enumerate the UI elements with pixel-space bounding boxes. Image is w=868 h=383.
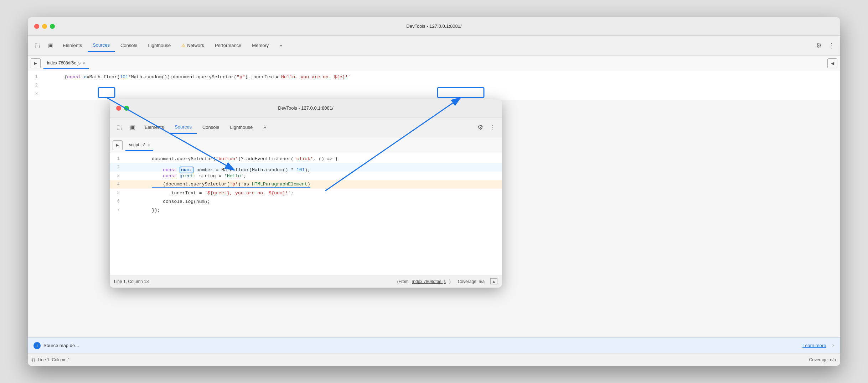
code-line-3: 3 xyxy=(28,90,840,98)
inner-line-col: Line 1, Column 13 xyxy=(114,279,149,284)
inner-settings-icon[interactable]: ⚙ xyxy=(475,124,486,131)
inner-tab-lighthouse[interactable]: Lighthouse xyxy=(225,121,258,134)
tab-elements[interactable]: Elements xyxy=(58,39,87,52)
tab-network[interactable]: ⚠ Network xyxy=(176,39,209,52)
outer-file-tabs: ▶ index.7808df6e.js × ◀ xyxy=(28,56,840,71)
source-map-info-bar: i Source map de… Learn more × xyxy=(28,337,840,353)
outer-title-bar: DevTools - 127.0.0.1:8081/ xyxy=(28,17,840,36)
inner-code-line-6: 6 console.log(num); xyxy=(110,197,502,206)
tab-sources[interactable]: Sources xyxy=(88,39,115,52)
inner-panel-icon[interactable]: ▶ xyxy=(113,140,123,150)
collapse-icon[interactable]: ◀ xyxy=(827,58,837,68)
outer-code-area: 1 {const e=Math.floor(101*Math.random())… xyxy=(28,71,840,100)
outer-file-tab[interactable]: index.7808df6e.js × xyxy=(43,58,89,69)
inner-from-label: (From xyxy=(397,279,409,284)
outer-coverage: Coverage: n/a xyxy=(809,357,836,362)
inner-from-file: index.7808df6e.js xyxy=(412,279,446,284)
device-icon[interactable]: ▣ xyxy=(44,39,57,52)
code-line-1: 1 {const e=Math.floor(101*Math.random())… xyxy=(28,73,840,81)
outer-devtools-tabs: ⬚ ▣ Elements Sources Console Lighthouse … xyxy=(28,36,840,56)
outer-window-title: DevTools - 127.0.0.1:8081/ xyxy=(406,23,461,29)
inner-code-area: 1 document.querySelector('button')?.addE… xyxy=(110,153,502,276)
inner-file-tab[interactable]: script.ts* × xyxy=(125,140,153,151)
maximize-button[interactable] xyxy=(50,24,55,29)
braces-icon: {} xyxy=(32,357,35,362)
inner-coverage: Coverage: n/a xyxy=(458,279,485,284)
outer-devtools-window: DevTools - 127.0.0.1:8081/ ⬚ ▣ Elements … xyxy=(28,17,840,366)
tab-memory[interactable]: Memory xyxy=(247,39,274,52)
inner-tab-elements[interactable]: Elements xyxy=(140,121,169,134)
panel-icon[interactable]: ▶ xyxy=(31,58,41,68)
inner-file-tabs: ▶ script.ts* × xyxy=(110,137,502,153)
learn-more-link[interactable]: Learn more xyxy=(802,343,826,348)
inner-tab-more[interactable]: » xyxy=(258,121,271,134)
inner-devtools-window: DevTools - 127.0.0.1:8081/ ⬚ ▣ Elements … xyxy=(110,99,502,288)
inner-tab-sources[interactable]: Sources xyxy=(170,121,197,134)
tab-console[interactable]: Console xyxy=(115,39,143,52)
tab-performance[interactable]: Performance xyxy=(210,39,246,52)
inner-devtools-tabs: ⬚ ▣ Elements Sources Console Lighthouse … xyxy=(110,117,502,137)
cursor-icon[interactable]: ⬚ xyxy=(31,39,43,52)
inner-close-button[interactable] xyxy=(116,106,121,111)
inner-expand-icon[interactable]: ▲ xyxy=(490,278,497,284)
inner-status-bar: Line 1, Column 13 (From index.7808df6e.j… xyxy=(110,275,502,288)
tab-lighthouse[interactable]: Lighthouse xyxy=(143,39,176,52)
outer-file-close[interactable]: × xyxy=(83,61,85,65)
outer-line-col: Line 1, Column 1 xyxy=(38,357,70,362)
inner-more-options-icon[interactable]: ⋮ xyxy=(487,124,499,131)
info-close-btn[interactable]: × xyxy=(832,343,835,348)
inner-file-name: script.ts* xyxy=(129,142,145,147)
inner-device-icon[interactable]: ▣ xyxy=(126,121,139,134)
minimize-button[interactable] xyxy=(42,24,47,29)
info-icon: i xyxy=(33,342,41,349)
close-button[interactable] xyxy=(34,24,39,29)
inner-window-title: DevTools - 127.0.0.1:8081/ xyxy=(278,105,333,111)
more-options-icon[interactable]: ⋮ xyxy=(825,42,837,49)
info-text: Source map de… xyxy=(43,343,79,348)
settings-icon[interactable]: ⚙ xyxy=(813,42,825,49)
inner-title-bar: DevTools - 127.0.0.1:8081/ xyxy=(110,99,502,117)
outer-status-bar: {} Line 1, Column 1 Coverage: n/a xyxy=(28,353,840,366)
traffic-lights xyxy=(34,24,55,29)
inner-file-close[interactable]: × xyxy=(148,143,150,147)
inner-cursor-icon[interactable]: ⬚ xyxy=(113,121,125,134)
outer-file-name: index.7808df6e.js xyxy=(47,61,81,65)
inner-tab-console[interactable]: Console xyxy=(197,121,224,134)
inner-traffic-lights xyxy=(116,106,129,111)
network-warning-icon: ⚠ xyxy=(181,43,186,48)
inner-green-button[interactable] xyxy=(124,106,129,111)
tab-more[interactable]: » xyxy=(274,39,287,52)
